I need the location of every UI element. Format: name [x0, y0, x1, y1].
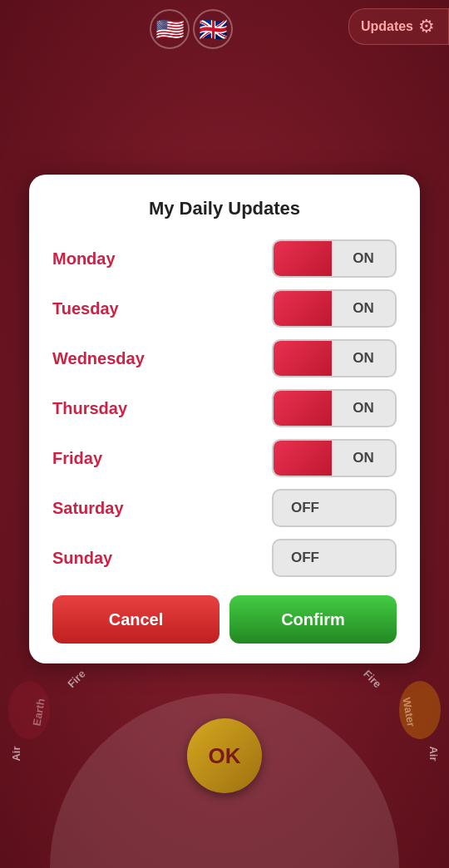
- dialog-buttons: Cancel Confirm: [52, 595, 397, 644]
- flags-container: 🇺🇸 🇬🇧: [150, 9, 233, 49]
- svg-point-1: [399, 681, 441, 739]
- day-label-wednesday: Wednesday: [52, 349, 152, 368]
- svg-point-0: [8, 681, 50, 739]
- day-row-sunday: Sunday OFF: [52, 539, 397, 577]
- toggle-state-label: OFF: [274, 500, 337, 516]
- toggle-thumb: [274, 391, 332, 426]
- day-row-saturday: Saturday OFF: [52, 489, 397, 527]
- toggle-sunday[interactable]: OFF: [272, 539, 397, 577]
- daily-updates-dialog: My Daily Updates Monday ON Tuesday ON We…: [29, 175, 420, 663]
- toggle-thumb: [337, 540, 395, 575]
- days-container: Monday ON Tuesday ON Wednesday ON Thursd…: [52, 239, 397, 577]
- toggle-state-label: ON: [332, 400, 395, 417]
- toggle-thumb: [337, 491, 395, 525]
- toggle-state-label: ON: [332, 300, 395, 317]
- top-bar: 🇺🇸 🇬🇧 Updates ⚙: [0, 0, 449, 58]
- toggle-state-label: ON: [332, 350, 395, 367]
- day-row-thursday: Thursday ON: [52, 389, 397, 427]
- uk-flag-icon[interactable]: 🇬🇧: [193, 9, 233, 49]
- day-label-tuesday: Tuesday: [52, 299, 152, 318]
- dialog-title: My Daily Updates: [52, 198, 397, 219]
- wheel-label-fire-right: Fire: [361, 668, 383, 690]
- updates-button[interactable]: Updates ⚙: [348, 8, 449, 45]
- toggle-thursday[interactable]: ON: [272, 389, 397, 427]
- day-label-saturday: Saturday: [52, 499, 152, 518]
- toggle-monday[interactable]: ON: [272, 239, 397, 278]
- day-label-sunday: Sunday: [52, 549, 152, 568]
- day-label-friday: Friday: [52, 449, 152, 468]
- toggle-friday[interactable]: ON: [272, 439, 397, 477]
- toggle-tuesday[interactable]: ON: [272, 289, 397, 328]
- sticker-left: [4, 677, 54, 743]
- toggle-state-label: ON: [332, 250, 395, 267]
- day-row-monday: Monday ON: [52, 239, 397, 278]
- updates-label: Updates: [361, 19, 413, 34]
- day-row-tuesday: Tuesday ON: [52, 289, 397, 328]
- ok-button[interactable]: OK: [187, 718, 262, 793]
- day-row-wednesday: Wednesday ON: [52, 339, 397, 377]
- wheel-label-air-right: Air: [427, 746, 439, 761]
- day-label-thursday: Thursday: [52, 399, 152, 418]
- us-flag-icon[interactable]: 🇺🇸: [150, 9, 190, 49]
- sticker-right: [395, 677, 445, 743]
- toggle-wednesday[interactable]: ON: [272, 339, 397, 377]
- toggle-saturday[interactable]: OFF: [272, 489, 397, 527]
- day-row-friday: Friday ON: [52, 439, 397, 477]
- cancel-button[interactable]: Cancel: [52, 595, 220, 644]
- toggle-thumb: [274, 241, 332, 276]
- toggle-thumb: [274, 341, 332, 376]
- day-label-monday: Monday: [52, 249, 152, 269]
- toggle-state-label: OFF: [274, 550, 337, 566]
- confirm-button[interactable]: Confirm: [229, 595, 397, 644]
- wheel-label-fire-left: Fire: [65, 668, 87, 690]
- toggle-state-label: ON: [332, 450, 395, 466]
- gear-icon: ⚙: [418, 16, 435, 37]
- toggle-thumb: [274, 291, 332, 326]
- wheel-label-air-left: Air: [10, 746, 22, 761]
- toggle-thumb: [274, 441, 332, 476]
